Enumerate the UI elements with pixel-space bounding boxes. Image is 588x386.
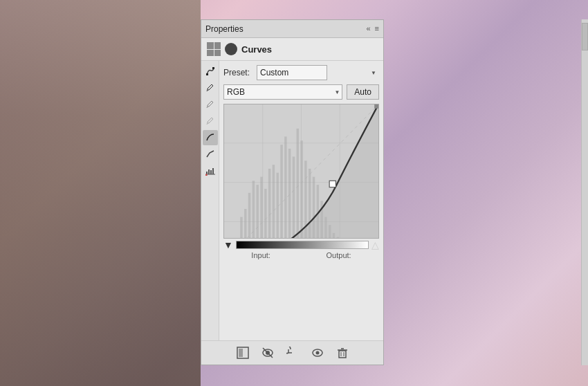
curves-container[interactable]: ▼ △ Input: Output:	[223, 104, 379, 336]
gradient-bar-row: ▼ △	[223, 240, 379, 250]
svg-rect-6	[208, 169, 210, 174]
eyedropper-gray-tool[interactable]	[203, 97, 218, 112]
eyedropper-white-tool[interactable]	[203, 113, 218, 129]
svg-rect-7	[210, 170, 212, 174]
svg-rect-33	[297, 129, 299, 239]
svg-rect-25	[264, 189, 266, 239]
section-title: Curves	[241, 44, 272, 55]
grid-icon	[207, 42, 221, 56]
panel-controls: « ≡	[366, 25, 379, 33]
input-label: Input:	[251, 251, 270, 259]
visibility-button[interactable]	[259, 345, 276, 360]
history-button[interactable]	[284, 345, 301, 360]
svg-rect-29	[280, 145, 282, 239]
histogram-display-tool[interactable]	[203, 163, 218, 178]
svg-line-4	[207, 123, 208, 125]
auto-button[interactable]: Auto	[347, 84, 379, 100]
background-left	[0, 0, 201, 386]
svg-rect-22	[252, 181, 255, 239]
collapse-button[interactable]: «	[366, 25, 370, 33]
svg-rect-28	[276, 173, 278, 239]
output-label: Output:	[327, 251, 351, 259]
preset-label: Preset:	[223, 68, 252, 77]
curves-tool[interactable]	[203, 64, 218, 79]
smooth-curve-tool[interactable]	[203, 130, 218, 145]
svg-point-60	[315, 351, 319, 355]
eye-button[interactable]	[309, 345, 326, 360]
corner-point-tool[interactable]	[203, 147, 218, 162]
input-output-row: Input: Output:	[223, 251, 379, 259]
svg-line-2	[207, 90, 208, 91]
svg-rect-50	[329, 181, 336, 187]
preset-select[interactable]: Custom Default Strong Contrast Linear Co…	[257, 65, 327, 80]
delete-button[interactable]	[334, 345, 351, 360]
channel-select[interactable]: RGB Red Green Blue	[223, 84, 342, 100]
curves-canvas[interactable]	[223, 104, 379, 239]
svg-rect-20	[244, 209, 246, 239]
menu-icon[interactable]: ≡	[375, 25, 379, 33]
svg-rect-26	[268, 169, 270, 239]
svg-line-3	[207, 107, 208, 108]
svg-rect-1	[212, 67, 214, 69]
svg-rect-30	[284, 136, 286, 239]
curves-svg	[224, 104, 378, 239]
svg-rect-23	[256, 185, 258, 239]
svg-rect-27	[273, 165, 275, 239]
main-area: Preset: Custom Default Strong Contrast L…	[219, 61, 383, 340]
svg-rect-31	[288, 149, 291, 239]
preset-row: Preset: Custom Default Strong Contrast L…	[223, 65, 379, 80]
circle-icon	[225, 43, 237, 55]
black-triangle[interactable]: ▼	[223, 240, 233, 250]
svg-rect-0	[206, 73, 208, 75]
channel-row: RGB Red Green Blue Auto	[223, 84, 379, 100]
left-toolbar	[201, 61, 219, 340]
panel-content: Preset: Custom Default Strong Contrast L…	[201, 61, 383, 340]
panel-header: Curves	[201, 38, 383, 61]
svg-rect-8	[212, 168, 214, 174]
scrollbar-thumb[interactable]	[582, 23, 588, 50]
svg-rect-24	[260, 177, 262, 239]
svg-rect-21	[248, 193, 250, 239]
white-triangle[interactable]: △	[371, 240, 379, 250]
svg-rect-19	[240, 217, 242, 239]
svg-rect-32	[293, 156, 295, 239]
panel-titlebar: Properties « ≡	[201, 20, 383, 38]
eyedropper-black-tool[interactable]	[203, 80, 218, 95]
scrollbar[interactable]	[581, 19, 588, 365]
svg-rect-55	[243, 349, 247, 357]
panel-footer	[201, 340, 383, 365]
panel-title: Properties	[205, 24, 244, 34]
mask-thumbnail-button[interactable]	[235, 345, 251, 360]
channel-select-wrapper: RGB Red Green Blue	[223, 84, 342, 100]
svg-rect-61	[339, 351, 346, 358]
svg-rect-52	[374, 104, 378, 109]
properties-panel: Properties « ≡ Curves	[201, 19, 384, 365]
svg-rect-54	[239, 349, 243, 357]
svg-rect-34	[300, 140, 302, 239]
preset-select-wrapper: Custom Default Strong Contrast Linear Co…	[257, 65, 379, 80]
gradient-bar	[236, 241, 369, 249]
